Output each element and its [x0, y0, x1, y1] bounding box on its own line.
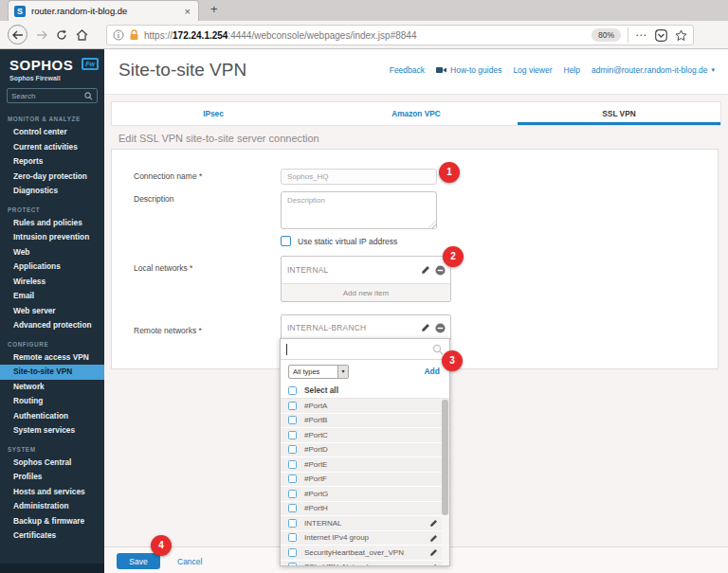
add-network-link[interactable]: Add [424, 367, 440, 376]
sidebar-item-site-to-site-vpn[interactable]: Site-to-site VPN [0, 365, 104, 380]
network-option-row[interactable]: Internet IPv4 group [281, 531, 449, 546]
tab-amazon-vpc[interactable]: Amazon VPC [315, 102, 518, 125]
sidebar-item-web[interactable]: Web [0, 245, 104, 260]
sidebar-item-sophos-central[interactable]: Sophos Central [0, 456, 104, 471]
sidebar-item-system-services[interactable]: System services [0, 423, 104, 439]
network-option-row[interactable]: #PortG [281, 487, 449, 502]
sidebar-item-remote-access-vpn[interactable]: Remote access VPN [0, 350, 104, 366]
network-option-row[interactable]: #PortF [281, 473, 449, 488]
close-tab-icon[interactable]: × [183, 6, 192, 17]
sidebar-item-network[interactable]: Network [0, 380, 104, 395]
option-checkbox[interactable] [288, 445, 297, 454]
network-option-row[interactable]: #PortB [281, 414, 449, 429]
insecure-lock-icon[interactable] [129, 29, 139, 41]
sidebar-item-backup-firmware[interactable]: Backup & firmware [0, 514, 104, 529]
network-option-row[interactable]: INTERNAL [281, 516, 449, 531]
select-all-row[interactable]: Select all [281, 383, 449, 399]
sidebar-item-email[interactable]: Email [0, 289, 104, 304]
page-actions-icon[interactable]: ⋯ [635, 28, 647, 42]
add-new-item-button[interactable]: Add new item [282, 283, 450, 301]
option-checkbox[interactable] [288, 460, 297, 469]
option-checkbox[interactable] [288, 431, 297, 439]
dropdown-scrollbar[interactable] [442, 400, 448, 566]
browser-navbar: https://172.24.1.254:4444/webconsole/web… [0, 21, 728, 49]
option-checkbox[interactable] [288, 490, 297, 498]
edit-pencil-icon[interactable] [429, 534, 438, 543]
option-checkbox[interactable] [288, 475, 297, 483]
sidebar-item-intrusion-prevention[interactable]: Intrusion prevention [0, 230, 104, 245]
edit-pencil-icon[interactable] [429, 564, 438, 567]
network-option-row[interactable]: #PortC [281, 428, 449, 443]
option-checkbox[interactable] [288, 533, 297, 542]
sidebar-item-authentication[interactable]: Authentication [0, 409, 104, 424]
search-icon [432, 344, 444, 355]
sidebar-item-advanced-protection[interactable]: Advanced protection [0, 318, 104, 333]
type-filter-select[interactable]: All types ▾ [288, 365, 349, 379]
new-tab-button[interactable]: + [210, 2, 218, 16]
sidebar-item-control-center[interactable]: Control center [0, 125, 104, 140]
network-option-row[interactable]: SSL_VPN_Network [281, 561, 449, 567]
feedback-link[interactable]: Feedback [390, 65, 425, 75]
network-option-row[interactable]: SecurityHeartbeat_over_VPN [281, 546, 449, 561]
cancel-link[interactable]: Cancel [177, 557, 202, 566]
option-label: #PortH [304, 504, 328, 512]
tab-ipsec[interactable]: IPsec [112, 102, 315, 125]
sidebar-item-zero-day-protection[interactable]: Zero-day protection [0, 170, 104, 185]
forward-button[interactable] [36, 30, 47, 40]
account-menu[interactable]: admin@router.random-it-blog.de ▾ [592, 65, 715, 75]
url-bar[interactable]: https://172.24.1.254:4444/webconsole/web… [106, 25, 694, 45]
sidebar-item-administration[interactable]: Administration [0, 499, 104, 514]
log-viewer-link[interactable]: Log viewer [513, 65, 552, 75]
sidebar-search-input[interactable] [11, 92, 84, 100]
network-search-field[interactable] [281, 339, 449, 360]
option-checkbox[interactable] [288, 563, 297, 566]
network-option-row[interactable]: #PortA [281, 399, 449, 414]
info-icon[interactable] [113, 29, 124, 41]
static-ip-checkbox[interactable] [281, 236, 291, 246]
sidebar-nav: MONITOR & ANALYZE Control center Current… [0, 108, 104, 544]
network-option-row[interactable]: #PortE [281, 457, 449, 473]
network-option-row[interactable]: #PortD [281, 443, 449, 458]
option-checkbox[interactable] [288, 548, 297, 557]
sidebar-item-applications[interactable]: Applications [0, 260, 104, 275]
zoom-level-badge[interactable]: 80% [592, 28, 621, 42]
edit-pencil-icon[interactable] [421, 323, 430, 332]
form-heading: Edit SSL VPN site-to-site server connect… [118, 133, 319, 144]
edit-pencil-icon[interactable] [429, 548, 438, 557]
tab-ssl-vpn[interactable]: SSL VPN [518, 102, 720, 125]
edit-pencil-icon[interactable] [421, 265, 430, 275]
sidebar-item-wireless[interactable]: Wireless [0, 275, 104, 290]
browser-tab[interactable]: S router.random-it-blog.de × [8, 0, 199, 21]
help-link[interactable]: Help [564, 65, 580, 75]
connection-name-input[interactable] [281, 169, 437, 185]
scrollbar-thumb[interactable] [442, 400, 448, 515]
select-all-checkbox[interactable] [288, 386, 297, 395]
sidebar-item-diagnostics[interactable]: Diagnostics [0, 184, 104, 199]
reload-button[interactable] [56, 29, 67, 41]
sidebar-item-routing[interactable]: Routing [0, 394, 104, 409]
home-button[interactable] [76, 29, 88, 41]
remove-item-icon[interactable] [435, 323, 446, 333]
howto-guides-link[interactable]: How-to guides [436, 65, 501, 75]
network-option-row[interactable]: #PortH [281, 502, 449, 517]
sidebar-item-profiles[interactable]: Profiles [0, 470, 104, 485]
description-textarea[interactable] [281, 191, 437, 229]
option-checkbox[interactable] [288, 416, 297, 424]
sidebar-item-certificates[interactable]: Certificates [0, 528, 104, 544]
pocket-icon[interactable] [655, 29, 667, 42]
sidebar-item-rules-and-policies[interactable]: Rules and policies [0, 216, 104, 231]
sidebar-item-current-activities[interactable]: Current activities [0, 140, 104, 155]
sidebar-item-reports[interactable]: Reports [0, 154, 104, 170]
remove-item-icon[interactable] [435, 265, 446, 276]
edit-pencil-icon[interactable] [429, 519, 438, 528]
sidebar-search[interactable] [7, 88, 98, 103]
sidebar-item-hosts-and-services[interactable]: Hosts and services [0, 485, 104, 500]
option-checkbox[interactable] [288, 402, 297, 410]
sophos-firewall-label: Sophos Firewall [9, 75, 61, 81]
save-button[interactable]: Save [117, 553, 160, 569]
option-checkbox[interactable] [288, 519, 297, 528]
back-button[interactable] [8, 25, 27, 45]
option-checkbox[interactable] [288, 504, 297, 512]
bookmark-star-icon[interactable] [675, 29, 687, 42]
sidebar-item-web-server[interactable]: Web server [0, 304, 104, 319]
